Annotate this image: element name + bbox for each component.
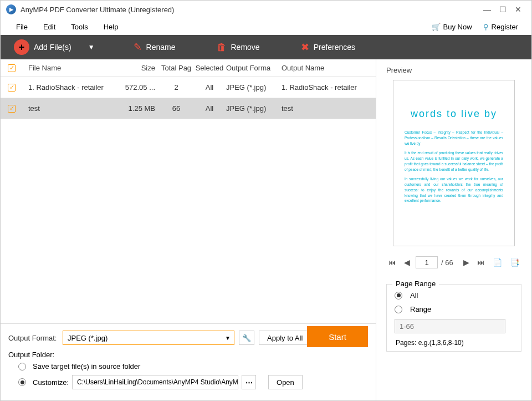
remove-label: Remove bbox=[231, 43, 260, 52]
path-input[interactable]: C:\Users\LinHaiLing\Documents\AnyMP4 Stu… bbox=[72, 375, 238, 389]
menu-tools[interactable]: Tools bbox=[63, 21, 95, 33]
page-input[interactable] bbox=[416, 256, 438, 268]
preview-p2: It is the end result of practicing these… bbox=[405, 150, 503, 172]
cell-filename: test bbox=[23, 104, 121, 113]
rename-label: Rename bbox=[146, 43, 176, 52]
preview-nav: ⏮ ◀ / 66 ▶ ⏭ 📄 📑 bbox=[386, 256, 521, 268]
window-title: AnyMP4 PDF Converter Ultimate (Unregiste… bbox=[21, 6, 479, 14]
cell-output-name: test bbox=[276, 104, 376, 113]
header-filename[interactable]: File Name bbox=[23, 64, 121, 72]
minimize-button[interactable]: — bbox=[479, 4, 495, 15]
radio-icon bbox=[395, 306, 402, 313]
preview-pane: Preview words to live by Customer Focus … bbox=[376, 59, 531, 400]
next-page-button[interactable]: ▶ bbox=[461, 257, 472, 268]
select-all-checkbox[interactable]: ✓ bbox=[8, 64, 16, 72]
cell-selected: All bbox=[193, 83, 226, 92]
output-folder-label: Output Folder: bbox=[8, 351, 368, 359]
output-format-label: Output Format: bbox=[8, 334, 58, 342]
table-header: ✓ File Name Size Total Pag Selected Outp… bbox=[1, 59, 376, 77]
cell-size: 572.05 ... bbox=[121, 83, 160, 92]
tools-icon: ✖ bbox=[301, 41, 309, 53]
cell-total: 2 bbox=[160, 83, 193, 92]
apply-to-all-label: Apply to All bbox=[267, 334, 303, 342]
radio-customize[interactable]: Customize: C:\Users\LinHaiLing\Documents… bbox=[18, 375, 368, 389]
toolbar: + Add File(s) ▼ ✎ Rename 🗑 Remove ✖ Pref… bbox=[1, 35, 531, 59]
all-label: All bbox=[410, 291, 418, 300]
save-source-label: Save target file(s) in source folder bbox=[33, 362, 140, 370]
row-checkbox[interactable]: ✓ bbox=[8, 84, 16, 92]
add-files-dropdown[interactable]: ▼ bbox=[84, 43, 99, 51]
cell-filename: 1. RadioShack - retailer bbox=[23, 83, 121, 92]
radio-all[interactable]: All bbox=[395, 291, 513, 300]
cell-output-name: 1. RadioShack - retailer bbox=[276, 83, 376, 92]
output-format-select[interactable]: JPEG (*.jpg) ▼ bbox=[63, 331, 234, 345]
cell-size: 1.25 MB bbox=[121, 104, 160, 113]
range-label: Range bbox=[410, 305, 431, 313]
pencil-icon: ✎ bbox=[134, 41, 142, 53]
maximize-button[interactable]: ☐ bbox=[495, 4, 510, 15]
add-files-button[interactable]: + Add File(s) bbox=[7, 36, 78, 58]
header-output-name[interactable]: Output Name bbox=[276, 64, 376, 72]
menu-bar: File Edit Tools Help 🛒 Buy Now ⚲ Registe… bbox=[1, 18, 531, 35]
start-label: Start bbox=[329, 332, 346, 342]
bottom-panel: Output Format: JPEG (*.jpg) ▼ 🔧 Apply to… bbox=[1, 323, 376, 400]
preview-p1: Customer Focus – Integrity – Respect for… bbox=[405, 130, 503, 146]
file-list-pane: ✓ File Name Size Total Pag Selected Outp… bbox=[1, 59, 376, 400]
prev-page-button[interactable]: ◀ bbox=[402, 257, 412, 268]
open-button[interactable]: Open bbox=[268, 375, 303, 389]
buy-now-link[interactable]: 🛒 Buy Now bbox=[426, 21, 478, 33]
remove-button[interactable]: 🗑 Remove bbox=[210, 38, 267, 57]
customize-label: Customize: bbox=[33, 378, 69, 387]
first-page-button[interactable]: ⏮ bbox=[386, 257, 398, 268]
menu-edit[interactable]: Edit bbox=[35, 21, 63, 33]
cell-selected: All bbox=[193, 104, 226, 113]
header-output-format[interactable]: Output Forma bbox=[226, 64, 276, 72]
add-files-label: Add File(s) bbox=[34, 43, 71, 52]
open-label: Open bbox=[277, 378, 294, 387]
register-label: Register bbox=[492, 23, 518, 31]
wrench-icon: 🔧 bbox=[242, 334, 251, 342]
table-row[interactable]: ✓1. RadioShack - retailer572.05 ...2AllJ… bbox=[1, 77, 376, 98]
plus-icon: + bbox=[14, 39, 29, 55]
table-body: ✓1. RadioShack - retailer572.05 ...2AllJ… bbox=[1, 77, 376, 323]
cart-icon: 🛒 bbox=[432, 23, 441, 31]
range-hint: Pages: e.g.(1,3,6,8-10) bbox=[396, 339, 513, 347]
apply-to-all-button[interactable]: Apply to All bbox=[259, 331, 311, 345]
menu-file[interactable]: File bbox=[8, 21, 35, 33]
radio-icon bbox=[18, 378, 26, 386]
radio-range[interactable]: Range bbox=[395, 305, 513, 313]
app-logo-icon: ▶ bbox=[6, 4, 16, 14]
range-input[interactable] bbox=[395, 319, 505, 333]
close-button[interactable]: ✕ bbox=[510, 4, 526, 15]
fit-page-icon[interactable]: 📄 bbox=[490, 257, 504, 268]
page-range-group: Page Range All Range Pages: e.g.(1,3,6,8… bbox=[386, 284, 521, 352]
preview-heading: words to live by bbox=[405, 108, 503, 120]
header-total-page[interactable]: Total Pag bbox=[160, 64, 193, 72]
rename-button[interactable]: ✎ Rename bbox=[127, 38, 182, 57]
radio-icon bbox=[18, 363, 26, 370]
output-format-value: JPEG (*.jpg) bbox=[68, 334, 108, 342]
preferences-button[interactable]: ✖ Preferences bbox=[294, 38, 362, 57]
page-range-title: Page Range bbox=[392, 280, 439, 288]
actual-size-icon[interactable]: 📑 bbox=[508, 257, 521, 268]
buy-now-label: Buy Now bbox=[443, 23, 472, 31]
page-total: / 66 bbox=[441, 258, 453, 267]
header-size[interactable]: Size bbox=[121, 64, 160, 72]
start-button[interactable]: Start bbox=[307, 326, 368, 347]
browse-button[interactable]: ⋯ bbox=[242, 375, 256, 389]
last-page-button[interactable]: ⏭ bbox=[475, 257, 487, 268]
table-row[interactable]: ✓test1.25 MB66AllJPEG (*.jpg)test bbox=[1, 98, 376, 119]
settings-button[interactable]: 🔧 bbox=[239, 331, 254, 345]
radio-icon bbox=[395, 292, 402, 300]
path-value: C:\Users\LinHaiLing\Documents\AnyMP4 Stu… bbox=[77, 378, 238, 386]
register-link[interactable]: ⚲ Register bbox=[478, 21, 524, 33]
radio-save-source[interactable]: Save target file(s) in source folder bbox=[18, 362, 368, 370]
menu-help[interactable]: Help bbox=[96, 21, 126, 33]
row-checkbox[interactable]: ✓ bbox=[8, 105, 16, 113]
trash-icon: 🗑 bbox=[217, 42, 227, 53]
cell-format: JPEG (*.jpg) bbox=[226, 104, 276, 113]
header-selected[interactable]: Selected bbox=[193, 64, 226, 72]
preview-p3: In successfully living our values we wor… bbox=[405, 176, 503, 204]
preview-page: words to live by Customer Focus – Integr… bbox=[393, 80, 515, 246]
cell-format: JPEG (*.jpg) bbox=[226, 83, 276, 92]
